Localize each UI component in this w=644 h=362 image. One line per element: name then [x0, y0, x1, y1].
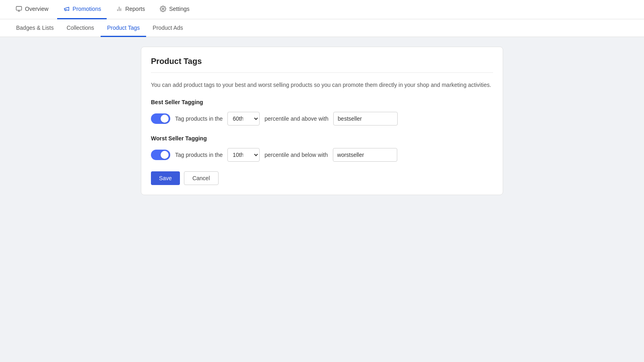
best-seller-title: Best Seller Tagging [151, 99, 493, 105]
sub-nav-badges-lists[interactable]: Badges & Lists [10, 19, 60, 37]
best-seller-percentile-select[interactable]: 10th 20th 30th 40th 50th 60th 70th 80th … [227, 112, 260, 125]
best-seller-toggle-slider [151, 113, 170, 124]
worst-seller-percentile-select[interactable]: 10th 20th 30th 40th 50th 60th 70th 80th … [227, 148, 260, 162]
sub-nav: Badges & Lists Collections Product Tags … [0, 19, 644, 37]
svg-point-6 [162, 8, 164, 10]
worst-seller-tag-input[interactable] [333, 148, 397, 162]
worst-seller-label-after: percentile and below with [264, 152, 328, 158]
best-seller-label-before: Tag products in the [175, 115, 223, 122]
save-button[interactable]: Save [151, 171, 180, 185]
nav-promotions[interactable]: Promotions [57, 0, 107, 19]
nav-settings[interactable]: Settings [154, 0, 195, 19]
worst-seller-toggle[interactable] [151, 150, 170, 160]
bar-chart-icon [116, 5, 123, 12]
card-title: Product Tags [151, 57, 493, 73]
worst-seller-section: Worst Seller Tagging Tag products in the… [151, 135, 493, 162]
worst-seller-label-before: Tag products in the [175, 152, 223, 158]
best-seller-row: Tag products in the 10th 20th 30th 40th … [151, 112, 493, 125]
sub-nav-product-ads[interactable]: Product Ads [146, 19, 190, 37]
nav-overview[interactable]: Overview [10, 0, 54, 19]
best-seller-label-after: percentile and above with [264, 115, 328, 122]
form-actions: Save Cancel [151, 171, 493, 185]
worst-seller-title: Worst Seller Tagging [151, 135, 493, 142]
worst-seller-toggle-slider [151, 150, 170, 160]
sub-nav-collections[interactable]: Collections [60, 19, 100, 37]
worst-seller-row: Tag products in the 10th 20th 30th 40th … [151, 148, 493, 162]
nav-reports[interactable]: Reports [110, 0, 151, 19]
sub-nav-product-tags[interactable]: Product Tags [101, 19, 146, 37]
product-tags-card: Product Tags You can add product tags to… [141, 47, 503, 195]
svg-rect-0 [16, 6, 21, 10]
best-seller-toggle[interactable] [151, 113, 170, 124]
top-nav: Overview Promotions Reports Settings [0, 0, 644, 19]
megaphone-icon [63, 5, 70, 12]
main-content: Product Tags You can add product tags to… [0, 37, 644, 205]
gear-icon [159, 5, 167, 12]
best-seller-section: Best Seller Tagging Tag products in the … [151, 99, 493, 125]
best-seller-tag-input[interactable] [333, 112, 398, 125]
monitor-icon [15, 5, 23, 12]
card-description: You can add product tags to your best an… [151, 81, 493, 89]
cancel-button[interactable]: Cancel [184, 171, 219, 185]
